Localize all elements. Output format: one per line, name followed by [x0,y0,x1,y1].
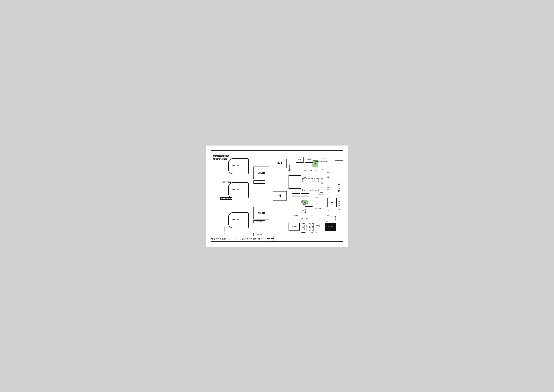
cap-15p-2: 15p [326,209,330,212]
brand-line1: vedder.se [213,154,229,158]
res-10k-1: 10k [321,168,324,171]
diode-body [288,170,291,175]
res-2k2-row2: 2k2 [308,189,313,192]
cap-4n7-mr1: 4n7 [321,178,324,181]
shunt-1: SHUNT [253,167,269,179]
cap-2-2u-right1: 2.2u [331,216,336,220]
crystal-8mhz: 8MHz [327,198,337,207]
res-4r7-bottom: 4R7 [271,238,276,242]
res-39k-row1: 39k [302,178,307,182]
res-39k-left-top: 39k [222,182,226,184]
res-39k-row2: 39k [308,178,313,182]
connector-adc [267,236,270,238]
do-not-mount-2: Do not mount [313,208,322,209]
res-4r7-left-top: 4R7 [227,182,231,184]
connector-adc2 [271,236,274,238]
brand-line2: Mrk Industries [213,158,229,160]
bottom-labels: ADC GND 3.3V 5v 3.3v CLK GND DIO RST [211,238,262,240]
cap-2-2u-clust1: 2.2u [315,197,319,201]
in-minus: IN- [273,191,287,201]
res-39k-left-mid2: 39k [224,197,228,200]
tvs-5v: TVS 5v [325,223,336,231]
res-2k2-1: 2k2 [315,169,319,172]
pcb-board: vedder.se Mrk Industries IRFS7530 IRFS75… [211,150,343,242]
res-330k: 330k [308,214,314,217]
res-2k2-col2: 2k2 [326,188,329,191]
cap-shunt2-bottom: 10u,50V [253,233,265,236]
res-100r-1: 100R [309,231,314,234]
right-connector-labels: GND H3 H2 H1 TEMP 5v [335,160,343,232]
zero-r: 0R [312,160,318,167]
res-39k-row3: 39k [314,178,319,182]
bulk-cap [289,175,301,189]
right-connector-text: GND H3 H2 H1 TEMP 5v [338,182,340,210]
arrow-line-1 [315,161,319,162]
res-220k: 220k [319,191,324,195]
cap-10u50v-2: 10u,50V [301,193,309,197]
cap-10u50v-1: 10u,50V [292,193,300,197]
page: vedder.se Mrk Industries IRFS7530 IRFS75… [206,146,348,247]
cap-10u50v-mid: 10u,50V [292,214,300,217]
res-100r-2: 100R [314,231,318,234]
res-10k-col2: 10k [326,185,329,188]
cap-4n7-mr2: 4n7 [321,182,324,185]
green-label: GREEN [301,231,306,233]
cap-2-2u-below10k: 2.2u [301,209,305,213]
cap-2-2u-led1: 2.2u [300,217,304,220]
cap-shunt1-below: 10u,50V [253,181,265,184]
mosfet-3-label: IRFS7530 [232,219,239,221]
res-2k2-led2: 2k2 [309,227,314,231]
res-39k-top1: 39k [309,169,313,172]
cap-15u100v: 15u, 100v [289,223,300,231]
cap-2-2u-led2: 2.2u [305,217,309,220]
mosfet-2-label: IRFS7530 [232,189,239,191]
cap-4n7-lr1: 4n7 [321,188,324,190]
cap-2-2u-r2k2: 2.2u [315,224,320,227]
red-label: RED [302,227,305,229]
point-a-label: A [290,169,291,170]
cap-100n-1: 100n [303,169,307,172]
arrow-line-2 [305,206,312,207]
res-2k2-led1: 2k2 [309,224,314,227]
cap-100n-8mhz: 100n [326,214,330,217]
brand-text: vedder.se Mrk Industries [213,154,229,160]
cap-2-2u-clust2: 2.2u [315,202,319,205]
res-2k2-col1: 2k2 [326,175,329,178]
res-2k2-row3: 2k2 [314,189,319,192]
res-10k-col1: 10k [326,171,329,174]
res-2k2-row1: 2k2 [302,189,307,192]
cap-2-2u-1: 2.2u [303,174,307,178]
res-39k-left-mid1: 39k [220,197,224,200]
in-plus: IN+ [273,159,287,168]
ten-k-oval: 10k [301,200,308,205]
cap-4n7-tr: 4n7 [322,158,326,162]
cap-100u-2: 100u [305,157,313,163]
cap-100u-1: 100u [296,157,304,163]
version-text: vesc_6_hw_rev_c [224,227,225,235]
shunt-2: SHUNT [253,207,269,219]
res-2k2-tvs: 2k2 [325,220,329,224]
mosfet-1-label: IRFS7530 [232,165,239,167]
led-label: LED [302,223,305,224]
cap-shunt2-below: 10u,50V [253,220,265,224]
res-4r7-left-mid: 4R7 [228,197,232,200]
